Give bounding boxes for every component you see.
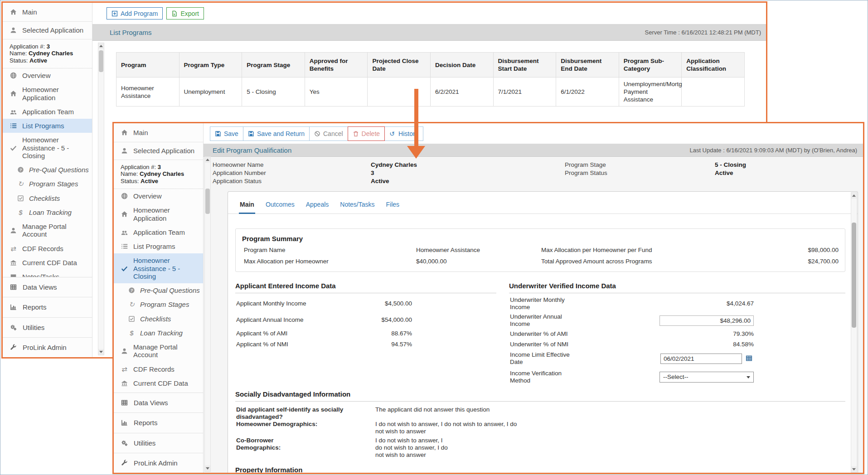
sidebar-item-notes-tasks[interactable]: Notes/Tasks [3,270,92,277]
sidebar-item-label: Manage Portal Account [133,343,200,359]
scroll-up-arrow-icon[interactable] [205,157,210,163]
sidebar-item-homeowner-assistance-5-closing[interactable]: Homeowner Assistance - 5 - Closing [3,133,92,163]
sidebar-item-label: Program Stages [140,301,189,308]
export-button[interactable]: x Export [166,7,204,19]
cancel-button[interactable]: Cancel [309,126,348,141]
sidebar-item-reports[interactable]: Reports [3,297,92,317]
sidebar-item-notes-tasks[interactable]: Notes/Tasks [114,390,203,393]
sidebar-item-data-views[interactable]: Data Views [3,277,92,297]
sidebar-item-list-programs[interactable]: List Programs [114,239,203,253]
sidebar-item-cdf-records[interactable]: ⇄CDF Records [114,362,203,376]
scrollbar-thumb[interactable] [852,223,856,328]
save-icon [215,131,221,137]
sidebar-item-reports[interactable]: Reports [114,413,203,433]
sidebar-item-program-stages[interactable]: ↻Program Stages [3,177,92,191]
calendar-icon[interactable] [746,355,754,363]
scroll-down-arrow-icon[interactable] [851,466,857,472]
table-column-header[interactable]: Program Stage [242,53,305,78]
field-row: Applicant % of AMI88.67% [235,328,496,339]
sidebar-item-overview[interactable]: Overview [114,189,203,203]
underwriter-annual-income-input[interactable] [659,315,754,326]
table-column-header[interactable]: Projected Close Date [368,53,431,78]
sidebar-item-homeowner-application[interactable]: Homeowner Application [3,82,92,105]
table-column-header[interactable]: Disbursement Start Date [493,53,556,78]
sidebar-item-overview[interactable]: Overview [3,68,92,82]
sync-icon: ↻ [17,180,24,188]
sidebar-item-current-cdf-data[interactable]: Current CDF Data [114,376,203,390]
sidebar-item-main[interactable]: Main [3,3,92,22]
sidebar-item-selected-application[interactable]: Selected Application [114,142,203,160]
application-info-line: Application #: 3 [10,43,88,50]
table-row[interactable]: Homeowner AssistanceUnemployment5 - Clos… [116,78,745,107]
sidebar-item-main[interactable]: Main [114,123,203,142]
sidebar-item-manage-portal-account[interactable]: Manage Portal Account [114,340,203,362]
scroll-up-arrow-icon[interactable] [98,43,104,49]
sidebar-item-pre-qual-questions[interactable]: ?Pre-Qual Questions [3,163,92,177]
home-icon [121,211,128,218]
tab-outcomes[interactable]: Outcomes [265,198,296,213]
excel-file-icon: x [171,10,178,17]
sidebar-item-application-team[interactable]: Application Team [114,225,203,239]
export-label: Export [180,10,199,17]
tab-files[interactable]: Files [385,198,401,213]
field-label: Income Verification Method [509,370,628,384]
scrollbar-thumb[interactable] [205,189,210,214]
sidebar-item-application-team[interactable]: Application Team [3,105,92,119]
sidebar-item-cdf-records[interactable]: ⇄CDF Records [3,242,92,256]
sidebar-item-pre-qual-questions[interactable]: ?Pre-Qual Questions [114,283,203,297]
sidebar-item-data-views[interactable]: Data Views [114,393,203,413]
sidebar-item-prolink-admin[interactable]: ProLink Admin [114,453,203,473]
scroll-down-arrow-icon[interactable] [205,465,210,471]
table-column-header[interactable]: Approved for Benefits [305,53,368,78]
sidebar-item-manage-portal-account[interactable]: Manage Portal Account [3,219,92,242]
scrollbar[interactable] [98,43,104,355]
scrollbar[interactable] [204,156,211,472]
table-column-header[interactable]: Program Type [179,53,242,78]
table-column-header[interactable]: Decision Date [430,53,493,78]
table-column-header[interactable]: Disbursement End Date [556,53,619,78]
tab-main[interactable]: Main [239,198,255,213]
exchange-icon: ⇄ [10,245,17,252]
annotation-arrow-head-icon [407,146,425,159]
tab-notes-tasks[interactable]: Notes/Tasks [339,198,375,213]
sidebar-item-checklists[interactable]: Checklists [3,191,92,205]
user-icon [10,27,17,34]
table-column-header[interactable]: Program [116,53,179,78]
sidebar-item-list-programs[interactable]: List Programs [3,119,92,133]
sidebar-item-prolink-admin[interactable]: ProLink Admin [3,338,92,357]
summary-labels-right: Program Stage Program Status [565,161,715,189]
tab-appeals[interactable]: Appeals [305,198,330,213]
sidebar-item-homeowner-application[interactable]: Homeowner Application [114,203,203,225]
sidebar-item-label: Main [22,8,37,16]
sidebar-item-loan-tracking[interactable]: $Loan Tracking [3,205,92,219]
delete-button[interactable]: Delete [348,126,385,141]
sync-icon: ↻ [128,301,135,308]
user-icon [10,227,17,234]
field-value: $4,024.67 [727,300,754,307]
field-value: I do not wish to answer, I do not wish t… [375,437,532,460]
sidebar-item-selected-application[interactable]: Selected Application [3,22,92,39]
sidebar-item-utilities[interactable]: Utilities [114,433,203,453]
sidebar-item-loan-tracking[interactable]: $Loan Tracking [114,326,203,340]
panel-title: List Programs [110,29,152,36]
scroll-down-arrow-icon[interactable] [98,349,104,355]
sidebar-item-utilities[interactable]: Utilities [3,318,92,338]
sidebar-item-current-cdf-data[interactable]: Current CDF Data [3,256,92,270]
income-limit-effective-date-input[interactable] [660,354,742,364]
add-program-button[interactable]: Add Program [107,7,163,19]
save-and-return-button[interactable]: Save and Return [243,126,310,141]
table-column-header[interactable]: Application Classification [682,53,745,78]
table-header-row: ProgramProgram TypeProgram StageApproved… [116,53,745,78]
application-info-line: Status: Active [10,57,88,64]
income-verification-method-select[interactable]: --Select-- [659,372,754,383]
scroll-up-arrow-icon[interactable] [851,193,857,199]
field-row: Underwriter Monthly Income$4,024.67 [509,295,845,312]
scrollbar-thumb[interactable] [99,50,103,72]
save-button[interactable]: Save [210,126,243,141]
scrollbar[interactable] [851,192,857,473]
sidebar-item-program-stages[interactable]: ↻Program Stages [114,297,203,311]
sidebar-item-homeowner-assistance-5-closing[interactable]: Homeowner Assistance - 5 - Closing [114,253,203,283]
property-information-section: Property Information [235,466,845,473]
table-column-header[interactable]: Program Sub-Category [619,53,682,78]
sidebar-item-checklists[interactable]: Checklists [114,312,203,326]
